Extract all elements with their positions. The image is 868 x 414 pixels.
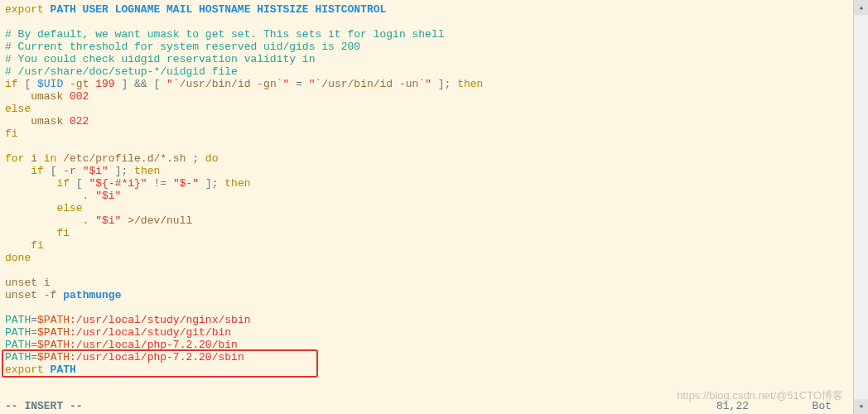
- keyword-export: export: [5, 3, 44, 16]
- scroll-up-icon[interactable]: ▴: [854, 0, 868, 15]
- code-line: if [ $UID -gt 199 ] && [ "`/usr/bin/id -…: [5, 78, 846, 90]
- export-vars: PATH USER LOGNAME MAIL HOSTNAME HISTSIZE…: [44, 3, 386, 16]
- blank-line: [5, 16, 846, 28]
- code-line: else: [5, 202, 846, 214]
- blank-line: [5, 264, 846, 277]
- code-line: umask 022: [5, 115, 846, 128]
- comment-line: # By default, we want umask to get set. …: [5, 28, 846, 41]
- code-line: unset i: [5, 277, 846, 289]
- code-line: export PATH: [5, 363, 846, 376]
- scroll-down-icon[interactable]: ▾: [854, 399, 868, 414]
- code-line: done: [5, 252, 846, 264]
- blank-line: [5, 140, 846, 152]
- comment-line: # /usr/share/doc/setup-*/uidgid file: [5, 65, 846, 78]
- code-line: for i in /etc/profile.d/*.sh ; do: [5, 152, 846, 165]
- cursor-position: 81,22: [716, 400, 749, 412]
- code-line: PATH=$PATH:/usr/local/study/nginx/sbin: [5, 314, 846, 326]
- vim-mode: -- INSERT --: [5, 400, 83, 412]
- code-line: unset -f pathmunge: [5, 289, 846, 301]
- code-line: export PATH USER LOGNAME MAIL HOSTNAME H…: [5, 3, 846, 16]
- comment-line: # Current threshold for system reserved …: [5, 41, 846, 53]
- code-line: umask 002: [5, 90, 846, 103]
- code-line: PATH=$PATH:/usr/local/php-7.2.20/bin: [5, 339, 846, 351]
- code-line: . "$i": [5, 190, 846, 202]
- comment-line: # You could check uidgid reservation val…: [5, 53, 846, 65]
- code-line: else: [5, 103, 846, 115]
- code-line: if [ "${-#*i}" != "$-" ]; then: [5, 177, 846, 190]
- code-line: if [ -r "$i" ]; then: [5, 165, 846, 177]
- vim-status-bar: -- INSERT -- 81,22 Bot: [5, 400, 848, 412]
- code-line: PATH=$PATH:/usr/local/php-7.2.20/sbin: [5, 351, 846, 363]
- code-line: fi: [5, 239, 846, 252]
- code-line: PATH=$PATH:/usr/local/study/git/bin: [5, 326, 846, 339]
- code-line: fi: [5, 227, 846, 239]
- scroll-position: Bot: [813, 400, 832, 412]
- code-line: fi: [5, 128, 846, 140]
- scrollbar[interactable]: ▴ ▾: [853, 0, 868, 414]
- code-line: . "$i" >/dev/null: [5, 214, 846, 227]
- blank-line: [5, 301, 846, 314]
- editor-area[interactable]: export PATH USER LOGNAME MAIL HOSTNAME H…: [0, 0, 851, 414]
